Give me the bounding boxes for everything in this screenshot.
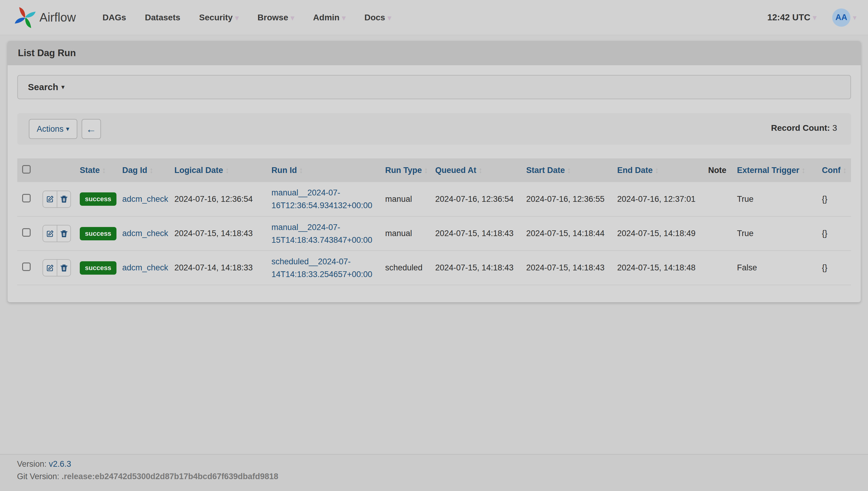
select-row-checkbox[interactable] (22, 262, 31, 271)
edit-icon (46, 229, 54, 238)
run-type: manual (385, 229, 412, 238)
actions-button[interactable]: Actions ▾ (29, 119, 78, 139)
version-label: Version: (17, 459, 47, 468)
delete-button[interactable] (57, 260, 70, 276)
external-trigger: True (737, 229, 754, 238)
delete-button[interactable] (57, 226, 70, 241)
edit-button[interactable] (43, 260, 57, 276)
avatar: AA (832, 8, 850, 27)
search-label: Search (28, 82, 58, 92)
chevron-down-icon: ▾ (66, 125, 69, 133)
sort-icon[interactable]: ↕ (102, 166, 106, 175)
user-menu[interactable]: AA ▾ (832, 8, 857, 27)
trash-icon (60, 195, 68, 203)
sort-icon[interactable]: ↕ (225, 166, 229, 175)
queued-at: 2024-07-15, 14:18:43 (435, 229, 514, 238)
end-date: 2024-07-15, 14:18:49 (617, 229, 695, 238)
status-badge: success (80, 261, 117, 275)
column-header-logical-date[interactable]: Logical Date (175, 166, 223, 175)
column-header-start-date[interactable]: Start Date (526, 166, 565, 175)
trash-icon (60, 229, 68, 238)
nav-item-admin[interactable]: Admin▾ (313, 13, 345, 23)
column-header-external-trigger[interactable]: External Trigger (737, 166, 800, 175)
start-date: 2024-07-15, 14:18:44 (526, 229, 604, 238)
external-trigger: False (737, 263, 757, 272)
logical-date: 2024-07-15, 14:18:43 (175, 229, 253, 238)
chevron-down-icon: ▾ (853, 13, 857, 22)
external-trigger: True (737, 195, 754, 204)
run-id-link[interactable]: manual__2024-07-16T12:36:54.934132+00:00 (272, 186, 380, 212)
footer: Version: v2.6.3 Git Version: .release:eb… (0, 454, 868, 491)
chevron-down-icon: ▾ (342, 13, 345, 22)
column-header-end-date[interactable]: End Date (617, 166, 653, 175)
dag-id-link[interactable]: adcm_check (122, 195, 168, 204)
end-date: 2024-07-16, 12:37:01 (617, 195, 695, 204)
chevron-down-icon: ▾ (388, 13, 391, 22)
chevron-down-icon: ▾ (290, 13, 294, 22)
dag-id-link[interactable]: adcm_check (122, 229, 168, 238)
sort-icon[interactable]: ↕ (655, 166, 659, 175)
chevron-down-icon: ▾ (813, 13, 816, 22)
table-header-row: State↕ Dag Id↕ Logical Date↕ Run Id↕ Run… (17, 158, 851, 182)
edit-icon (46, 264, 54, 272)
select-all-checkbox[interactable] (22, 165, 31, 174)
version-link[interactable]: v2.6.3 (49, 459, 71, 468)
brand-title: Airflow (39, 10, 76, 24)
sort-icon[interactable]: ↕ (567, 166, 571, 175)
sort-icon[interactable]: ↕ (802, 166, 806, 175)
conf: {} (822, 195, 827, 204)
conf: {} (822, 263, 827, 272)
run-type: manual (385, 195, 412, 204)
run-id-link[interactable]: scheduled__2024-07-14T14:18:33.254657+00… (272, 255, 380, 281)
nav-item-datasets[interactable]: Datasets (145, 13, 181, 23)
sort-icon[interactable]: ↕ (299, 166, 303, 175)
dag-id-link[interactable]: adcm_check (122, 263, 168, 272)
sort-icon[interactable]: ↕ (478, 166, 483, 175)
delete-button[interactable] (57, 191, 70, 207)
nav-item-browse[interactable]: Browse▾ (257, 13, 294, 23)
chevron-down-icon: ▾ (61, 83, 65, 91)
table-row: success adcm_check 2024-07-15, 14:18:43 … (17, 216, 851, 251)
run-id-link[interactable]: manual__2024-07-15T14:18:43.743847+00:00 (272, 221, 380, 247)
clock-dropdown[interactable]: 12:42 UTC ▾ (767, 12, 816, 23)
nav-item-security[interactable]: Security▾ (199, 13, 239, 23)
select-row-checkbox[interactable] (22, 228, 31, 237)
sort-icon[interactable]: ↕ (424, 166, 428, 175)
dag-run-table: State↕ Dag Id↕ Logical Date↕ Run Id↕ Run… (17, 158, 851, 285)
table-row: success adcm_check 2024-07-16, 12:36:54 … (17, 182, 851, 216)
chevron-down-icon: ▾ (235, 13, 239, 22)
page-title: List Dag Run (8, 41, 861, 65)
sort-icon[interactable]: ↕ (842, 166, 847, 175)
start-date: 2024-07-15, 14:18:43 (526, 263, 604, 272)
column-header-run-type[interactable]: Run Type (385, 166, 422, 175)
nav-item-dags[interactable]: DAGs (102, 13, 126, 23)
status-badge: success (80, 227, 117, 240)
edit-button[interactable] (43, 191, 57, 207)
navbar: Airflow DAGs Datasets Security▾ Browse▾ … (0, 0, 868, 35)
edit-button[interactable] (43, 226, 57, 241)
sort-icon[interactable]: ↕ (150, 166, 154, 175)
conf: {} (822, 229, 827, 238)
trash-icon (60, 264, 68, 272)
column-header-run-id[interactable]: Run Id (272, 166, 297, 175)
search-collapse-toggle[interactable]: Search ▾ (17, 75, 851, 99)
logical-date: 2024-07-14, 14:18:33 (175, 263, 253, 272)
column-header-state[interactable]: State (80, 166, 100, 175)
column-header-dag-id[interactable]: Dag Id (122, 166, 147, 175)
main-menu: DAGs Datasets Security▾ Browse▾ Admin▾ D… (102, 13, 391, 23)
back-arrow-icon: ← (86, 123, 96, 135)
back-button[interactable]: ← (82, 119, 101, 139)
column-header-queued-at[interactable]: Queued At (435, 166, 476, 175)
column-header-conf[interactable]: Conf (822, 166, 840, 175)
edit-icon (46, 195, 54, 203)
table-row: success adcm_check 2024-07-14, 14:18:33 … (17, 251, 851, 285)
status-badge: success (80, 193, 117, 206)
select-row-checkbox[interactable] (22, 194, 31, 202)
end-date: 2024-07-15, 14:18:48 (617, 263, 695, 272)
queued-at: 2024-07-16, 12:36:54 (435, 195, 514, 204)
nav-item-docs[interactable]: Docs▾ (364, 13, 391, 23)
clock-label: 12:42 UTC (767, 12, 810, 23)
list-dag-run-panel: List Dag Run Search ▾ Actions ▾ ← Record… (8, 41, 861, 302)
column-header-note: Note (708, 166, 726, 175)
logical-date: 2024-07-16, 12:36:54 (175, 195, 253, 204)
